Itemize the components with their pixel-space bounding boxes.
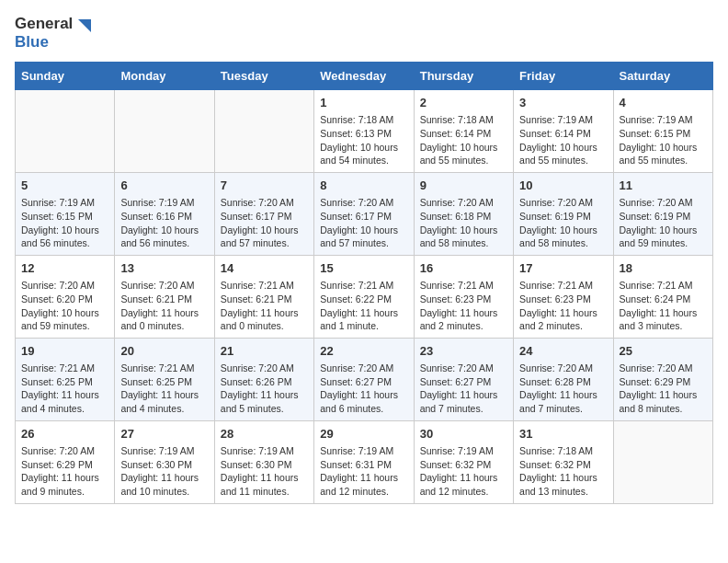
day-info: Sunrise: 7:19 AM Sunset: 6:15 PM Dayligh… <box>620 113 707 167</box>
day-cell-22: 22Sunrise: 7:20 AM Sunset: 6:27 PM Dayli… <box>314 338 414 420</box>
day-cell-17: 17Sunrise: 7:21 AM Sunset: 6:23 PM Dayli… <box>514 255 613 338</box>
empty-cell <box>214 90 313 173</box>
day-info: Sunrise: 7:19 AM Sunset: 6:16 PM Dayligh… <box>120 196 208 250</box>
day-info: Sunrise: 7:18 AM Sunset: 6:32 PM Dayligh… <box>519 444 607 499</box>
day-number: 8 <box>320 178 407 194</box>
logo-triangle-icon <box>74 16 91 32</box>
day-cell-30: 30Sunrise: 7:19 AM Sunset: 6:32 PM Dayli… <box>414 420 513 503</box>
day-info: Sunrise: 7:21 AM Sunset: 6:21 PM Dayligh… <box>221 279 308 333</box>
week-row-4: 19Sunrise: 7:21 AM Sunset: 6:25 PM Dayli… <box>16 338 713 420</box>
calendar-header-row: SundayMondayTuesdayWednesdayThursdayFrid… <box>16 63 713 90</box>
day-cell-12: 12Sunrise: 7:20 AM Sunset: 6:20 PM Dayli… <box>16 255 115 338</box>
header-wednesday: Wednesday <box>314 63 414 90</box>
day-info: Sunrise: 7:21 AM Sunset: 6:23 PM Dayligh… <box>519 279 607 333</box>
header-sunday: Sunday <box>16 63 115 90</box>
day-number: 5 <box>21 178 108 194</box>
day-info: Sunrise: 7:20 AM Sunset: 6:27 PM Dayligh… <box>420 362 507 416</box>
day-number: 31 <box>519 426 607 442</box>
day-info: Sunrise: 7:20 AM Sunset: 6:21 PM Dayligh… <box>120 279 208 333</box>
day-info: Sunrise: 7:21 AM Sunset: 6:23 PM Dayligh… <box>420 279 507 333</box>
day-cell-3: 3Sunrise: 7:19 AM Sunset: 6:14 PM Daylig… <box>514 90 613 173</box>
day-info: Sunrise: 7:19 AM Sunset: 6:32 PM Dayligh… <box>420 444 507 499</box>
day-cell-21: 21Sunrise: 7:20 AM Sunset: 6:26 PM Dayli… <box>214 338 313 420</box>
day-info: Sunrise: 7:21 AM Sunset: 6:24 PM Dayligh… <box>620 279 707 333</box>
day-info: Sunrise: 7:20 AM Sunset: 6:20 PM Dayligh… <box>21 279 108 333</box>
day-info: Sunrise: 7:20 AM Sunset: 6:28 PM Dayligh… <box>519 362 607 416</box>
day-cell-5: 5Sunrise: 7:19 AM Sunset: 6:15 PM Daylig… <box>16 173 115 256</box>
day-cell-20: 20Sunrise: 7:21 AM Sunset: 6:25 PM Dayli… <box>115 338 214 420</box>
day-number: 29 <box>320 426 407 442</box>
day-cell-15: 15Sunrise: 7:21 AM Sunset: 6:22 PM Dayli… <box>314 255 414 338</box>
day-info: Sunrise: 7:20 AM Sunset: 6:29 PM Dayligh… <box>21 444 108 499</box>
day-info: Sunrise: 7:19 AM Sunset: 6:30 PM Dayligh… <box>120 444 208 499</box>
day-cell-26: 26Sunrise: 7:20 AM Sunset: 6:29 PM Dayli… <box>16 420 115 503</box>
day-number: 14 <box>221 260 308 277</box>
day-cell-29: 29Sunrise: 7:19 AM Sunset: 6:31 PM Dayli… <box>314 420 414 503</box>
day-number: 13 <box>120 260 208 277</box>
day-number: 9 <box>420 178 507 194</box>
day-info: Sunrise: 7:21 AM Sunset: 6:25 PM Dayligh… <box>21 362 108 416</box>
day-cell-18: 18Sunrise: 7:21 AM Sunset: 6:24 PM Dayli… <box>613 255 712 338</box>
day-cell-6: 6Sunrise: 7:19 AM Sunset: 6:16 PM Daylig… <box>115 173 214 256</box>
day-cell-1: 1Sunrise: 7:18 AM Sunset: 6:13 PM Daylig… <box>314 90 414 173</box>
day-number: 6 <box>120 178 208 194</box>
day-cell-9: 9Sunrise: 7:20 AM Sunset: 6:18 PM Daylig… <box>414 173 513 256</box>
day-cell-16: 16Sunrise: 7:21 AM Sunset: 6:23 PM Dayli… <box>414 255 513 338</box>
day-info: Sunrise: 7:19 AM Sunset: 6:30 PM Dayligh… <box>221 444 308 499</box>
day-number: 17 <box>519 260 607 277</box>
calendar-table: SundayMondayTuesdayWednesdayThursdayFrid… <box>15 62 713 504</box>
logo: General Blue <box>15 15 91 51</box>
day-cell-28: 28Sunrise: 7:19 AM Sunset: 6:30 PM Dayli… <box>214 420 313 503</box>
day-info: Sunrise: 7:21 AM Sunset: 6:22 PM Dayligh… <box>320 279 407 333</box>
day-info: Sunrise: 7:20 AM Sunset: 6:17 PM Dayligh… <box>320 196 407 250</box>
day-cell-13: 13Sunrise: 7:20 AM Sunset: 6:21 PM Dayli… <box>115 255 214 338</box>
day-number: 2 <box>420 95 507 111</box>
day-info: Sunrise: 7:20 AM Sunset: 6:27 PM Dayligh… <box>320 362 407 416</box>
header-monday: Monday <box>115 63 214 90</box>
week-row-1: 1Sunrise: 7:18 AM Sunset: 6:13 PM Daylig… <box>16 90 713 173</box>
day-number: 3 <box>519 95 607 111</box>
day-number: 1 <box>320 95 407 111</box>
day-number: 26 <box>21 426 108 442</box>
day-cell-25: 25Sunrise: 7:20 AM Sunset: 6:29 PM Dayli… <box>613 338 712 420</box>
day-number: 10 <box>519 178 607 194</box>
day-number: 12 <box>21 260 108 277</box>
day-info: Sunrise: 7:20 AM Sunset: 6:29 PM Dayligh… <box>620 362 707 416</box>
header-thursday: Thursday <box>414 63 513 90</box>
day-cell-4: 4Sunrise: 7:19 AM Sunset: 6:15 PM Daylig… <box>613 90 712 173</box>
day-info: Sunrise: 7:20 AM Sunset: 6:18 PM Dayligh… <box>420 196 507 250</box>
day-cell-31: 31Sunrise: 7:18 AM Sunset: 6:32 PM Dayli… <box>514 420 613 503</box>
day-number: 30 <box>420 426 507 442</box>
day-cell-8: 8Sunrise: 7:20 AM Sunset: 6:17 PM Daylig… <box>314 173 414 256</box>
day-cell-10: 10Sunrise: 7:20 AM Sunset: 6:19 PM Dayli… <box>514 173 613 256</box>
day-number: 18 <box>620 260 707 277</box>
day-number: 16 <box>420 260 507 277</box>
day-info: Sunrise: 7:20 AM Sunset: 6:19 PM Dayligh… <box>519 196 607 250</box>
header-tuesday: Tuesday <box>214 63 313 90</box>
day-cell-19: 19Sunrise: 7:21 AM Sunset: 6:25 PM Dayli… <box>16 338 115 420</box>
week-row-3: 12Sunrise: 7:20 AM Sunset: 6:20 PM Dayli… <box>16 255 713 338</box>
day-cell-14: 14Sunrise: 7:21 AM Sunset: 6:21 PM Dayli… <box>214 255 313 338</box>
day-number: 24 <box>519 343 607 360</box>
day-number: 21 <box>221 343 308 360</box>
day-number: 22 <box>320 343 407 360</box>
day-info: Sunrise: 7:20 AM Sunset: 6:17 PM Dayligh… <box>221 196 308 250</box>
day-info: Sunrise: 7:20 AM Sunset: 6:19 PM Dayligh… <box>620 196 707 250</box>
header-friday: Friday <box>514 63 613 90</box>
day-cell-11: 11Sunrise: 7:20 AM Sunset: 6:19 PM Dayli… <box>613 173 712 256</box>
week-row-5: 26Sunrise: 7:20 AM Sunset: 6:29 PM Dayli… <box>16 420 713 503</box>
day-cell-23: 23Sunrise: 7:20 AM Sunset: 6:27 PM Dayli… <box>414 338 513 420</box>
day-info: Sunrise: 7:20 AM Sunset: 6:26 PM Dayligh… <box>221 362 308 416</box>
day-number: 11 <box>620 178 707 194</box>
logo-blue: Blue <box>15 33 49 52</box>
empty-cell <box>115 90 214 173</box>
day-number: 4 <box>620 95 707 111</box>
day-info: Sunrise: 7:19 AM Sunset: 6:15 PM Dayligh… <box>21 196 108 250</box>
day-info: Sunrise: 7:18 AM Sunset: 6:13 PM Dayligh… <box>320 113 407 167</box>
day-number: 7 <box>221 178 308 194</box>
week-row-2: 5Sunrise: 7:19 AM Sunset: 6:15 PM Daylig… <box>16 173 713 256</box>
day-number: 20 <box>120 343 208 360</box>
logo-general: General <box>15 15 73 33</box>
day-info: Sunrise: 7:19 AM Sunset: 6:14 PM Dayligh… <box>519 113 607 167</box>
header-saturday: Saturday <box>613 63 712 90</box>
